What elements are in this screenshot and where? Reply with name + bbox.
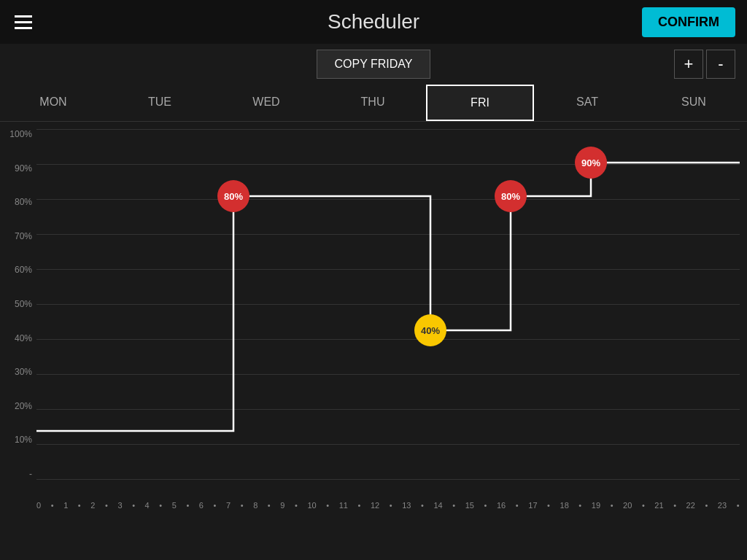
x-dot-16: • [516,501,519,510]
point-80-second[interactable]: 80% [495,180,527,212]
x-dot-9: • [295,501,298,510]
point-90[interactable]: 90% [575,147,607,179]
x-axis: 0 • 1 • 2 • 3 • 4 • 5 • 6 • 7 • 8 • 9 • … [36,501,740,510]
x-label-23: 23 [718,501,727,510]
x-dot-22: • [705,501,708,510]
x-label-7: 7 [226,501,231,510]
page-title: Scheduler [328,10,419,34]
y-label-40: 40% [0,333,36,343]
x-dot-8: • [268,501,271,510]
confirm-button[interactable]: CONFIRM [642,7,735,37]
x-dot-6: • [214,501,217,510]
x-dot-13: • [421,501,424,510]
sub-header: COPY FRIDAY + - [0,44,747,85]
x-label-9: 9 [280,501,285,510]
zoom-out-button[interactable]: - [706,50,735,79]
x-dot-4: • [159,501,162,510]
y-label-60: 60% [0,265,36,275]
header: Scheduler CONFIRM [0,0,747,44]
x-label-10: 10 [307,501,316,510]
y-label-10: 10% [0,435,36,445]
copy-day-button[interactable]: COPY FRIDAY [317,50,431,79]
y-label-90: 90% [0,163,36,174]
day-tabs: MON TUE WED THU FRI SAT SUN [0,85,747,122]
x-label-8: 8 [253,501,258,510]
x-label-13: 13 [402,501,411,510]
x-dot-20: • [642,501,645,510]
x-label-15: 15 [465,501,474,510]
x-dot-18: • [578,501,581,510]
x-label-6: 6 [199,501,204,510]
x-dot-23: • [737,501,740,510]
x-label-3: 3 [117,501,122,510]
point-80-first[interactable]: 80% [217,180,249,212]
x-dot-0: • [51,501,54,510]
x-dot-14: • [452,501,455,510]
x-label-0: 0 [36,501,41,510]
y-label-20: 20% [0,401,36,411]
chart-area: 100% 90% 80% 70% 60% 50% 40% 30% 20% 10%… [0,122,747,516]
y-label-100: 100% [0,129,36,139]
y-label-30: 30% [0,367,36,377]
x-dot-17: • [547,501,550,510]
x-dot-1: • [78,501,81,510]
chart-line [36,163,740,431]
x-label-16: 16 [497,501,506,510]
x-dot-21: • [673,501,676,510]
tab-sun[interactable]: SUN [640,85,747,121]
tab-wed[interactable]: WED [213,85,320,121]
x-dot-5: • [186,501,189,510]
x-dot-2: • [105,501,108,510]
x-dot-7: • [241,501,244,510]
tab-sat[interactable]: SAT [534,85,640,121]
x-dot-12: • [390,501,392,510]
x-label-18: 18 [560,501,569,510]
x-label-22: 22 [686,501,695,510]
point-40[interactable]: 40% [414,314,446,346]
x-dot-19: • [611,501,614,510]
tab-thu[interactable]: THU [320,85,426,121]
x-dot-15: • [484,501,487,510]
x-label-14: 14 [433,501,442,510]
menu-button[interactable] [12,12,35,32]
x-label-2: 2 [90,501,95,510]
zoom-controls: + - [674,50,735,79]
y-label-50: 50% [0,299,36,309]
y-axis: 100% 90% 80% 70% 60% 50% 40% 30% 20% 10%… [0,129,36,479]
tab-tue[interactable]: TUE [107,85,213,121]
x-label-5: 5 [172,501,177,510]
x-label-17: 17 [528,501,537,510]
chart-svg [36,129,740,464]
x-label-4: 4 [145,501,150,510]
x-label-20: 20 [623,501,632,510]
x-dot-10: • [326,501,329,510]
x-dot-3: • [132,501,135,510]
x-label-1: 1 [63,501,68,510]
zoom-in-button[interactable]: + [674,50,703,79]
x-label-11: 11 [339,501,348,510]
x-label-19: 19 [592,501,600,510]
y-label-0: - [0,469,36,479]
x-label-21: 21 [654,501,663,510]
y-label-70: 70% [0,231,36,241]
y-label-80: 80% [0,197,36,207]
tab-mon[interactable]: MON [0,85,107,121]
grid-line-10 [36,479,740,480]
x-dot-11: • [358,501,361,510]
tab-fri[interactable]: FRI [426,85,534,121]
x-label-12: 12 [371,501,379,510]
